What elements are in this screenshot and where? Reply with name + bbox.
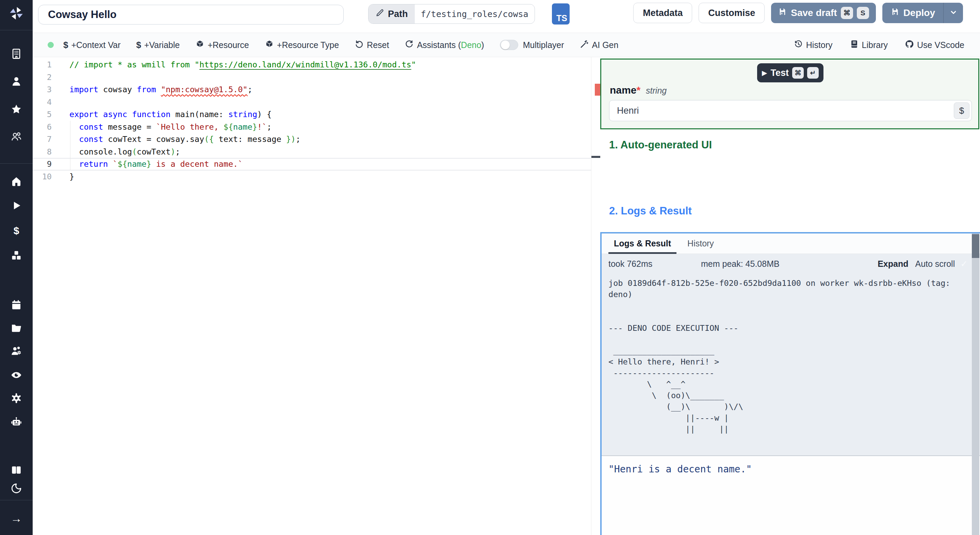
sidebar-item-users[interactable] [0,131,33,143]
save-draft-button[interactable]: Save draft ⌘ S [771,3,875,23]
dollar-icon: $ [136,40,141,50]
expand-button[interactable]: Expand [878,259,908,269]
robot-icon [11,416,22,428]
sidebar-item-robot[interactable] [0,416,33,428]
sidebar-item-cubes[interactable] [0,250,33,261]
line-number: 9 [33,159,52,170]
code-line: 2 [33,71,591,84]
history-button[interactable]: History [794,40,833,51]
save-icon [778,7,787,19]
log-text: job 0189d64f-812b-525e-f020-652bd9da1100… [601,274,980,439]
ai-gen-button[interactable]: AI Gen [580,40,619,51]
test-button[interactable]: ▶ Test ⌘ ↵ [757,63,824,82]
typescript-badge: TS [552,3,570,24]
error-marker [595,84,600,96]
customise-button[interactable]: Customise [698,3,765,23]
path-label: Path [388,9,408,19]
library-button[interactable]: Library [850,40,888,51]
add-context-var-button[interactable]: $ +Context Var [63,40,121,50]
sidebar-item-calendar[interactable] [0,299,33,311]
kbd-cmd: ⌘ [841,7,853,19]
reset-button[interactable]: Reset [355,40,389,51]
code-line: 7 const cowText = cowsay.say({ text: mes… [33,133,591,146]
variable-picker-button[interactable]: $ [954,102,969,119]
add-variable-button[interactable]: $ +Variable [136,40,180,50]
add-resource-type-button[interactable]: +Resource Type [265,40,339,51]
line-number: 1 [33,59,52,71]
sidebar-item-book[interactable] [0,464,33,476]
deploy-button-group: Deploy [882,3,963,23]
sidebar-item-users-gear[interactable] [0,346,33,357]
sidebar-item-building[interactable] [0,48,33,60]
multiplayer-toggle[interactable] [500,40,518,50]
box-icon [195,40,205,51]
play-icon [11,200,22,211]
code-line: 4 [33,96,591,108]
deploy-dropdown-button[interactable] [943,3,963,23]
sidebar-item-home[interactable] [0,176,33,187]
sidebar-item-moon[interactable] [0,482,33,494]
multiplayer-toggle-group: Multiplayer [500,40,564,50]
tab-history[interactable]: History [682,234,719,253]
top-bar: Path f/testing_roles/cowsa TS Metadata C… [33,0,980,33]
logs-result-panel: Logs & Result History took 762ms mem pea… [600,232,980,535]
magic-wand-icon [580,40,589,51]
result-output: "Henri is a decent name." [601,455,980,535]
home-icon [11,176,22,187]
autoscroll-toggle[interactable]: Auto scroll [915,259,955,269]
sidebar-divider [0,500,33,500]
tab-logs-result[interactable]: Logs & Result [608,234,676,253]
kbd-enter: ↵ [807,67,819,79]
sidebar-item-arrow-right[interactable]: → [0,513,33,524]
eye-icon [11,369,22,381]
users-icon [11,131,22,143]
dollar-icon: $ [63,40,68,50]
path-button[interactable]: Path f/testing_roles/cowsa [368,4,535,24]
sidebar-item-star[interactable] [0,103,33,115]
assistants-button[interactable]: Assistants (Deno) [404,40,484,51]
sidebar-item-eye[interactable] [0,369,33,381]
sidebar-item-folder[interactable] [0,322,33,334]
logs-scrollbar-thumb[interactable] [972,234,979,258]
sidebar-item-gear[interactable] [0,392,33,404]
code-line: 6 const message = `Hello there, ${name}!… [33,121,591,134]
logs-scrollbar-track[interactable] [972,234,979,535]
line-number: 6 [33,121,52,134]
script-title-input[interactable] [38,5,344,24]
calendar-icon [11,299,22,311]
run-stats-bar: took 762ms mem peak: 45.08MB Expand Auto… [601,254,980,274]
add-resource-button[interactable]: +Resource [195,40,249,51]
required-asterisk: * [636,84,640,96]
history-clock-icon [794,40,803,51]
mem-peak: mem peak: 45.08MB [701,259,780,269]
editor-toolbar: $ +Context Var $ +Variable +Resource +Re… [33,33,980,57]
line-number: 4 [33,96,52,108]
reset-icon [355,40,364,51]
section-auto-generated-ui: 1. Auto-generated UI [609,139,712,151]
windmill-logo-icon[interactable] [0,5,33,21]
building-icon [11,48,22,60]
sidebar-item-play[interactable] [0,200,33,211]
editor-overview-ruler [591,57,600,535]
metadata-button[interactable]: Metadata [633,3,692,23]
arg-name-input[interactable] [609,100,972,121]
use-vscode-button[interactable]: Use VScode [905,40,964,51]
code-line: 8 console.log(cowText); [33,146,591,158]
kbd-s: S [857,7,869,19]
assistants-lang: Deno [461,40,482,50]
section-logs-result: 2. Logs & Result [609,205,692,217]
code-editor[interactable]: 1// import * as wmill from "https://deno… [33,57,591,535]
sidebar-divider [0,163,33,164]
code-line: 10} [33,170,591,183]
gear-icon [11,392,22,404]
line-number: 2 [33,71,52,84]
deploy-button[interactable]: Deploy [882,3,943,23]
sidebar-item-person[interactable] [0,76,33,87]
arg-type-label: string [646,86,667,95]
code-line: 1// import * as wmill from "https://deno… [33,59,591,71]
dollar-icon: $ [14,225,19,237]
sidebar-divider [0,30,33,30]
sidebar: $→ [0,0,33,535]
sidebar-item-dollar[interactable]: $ [0,225,33,237]
arrow-right-icon: → [11,513,22,524]
